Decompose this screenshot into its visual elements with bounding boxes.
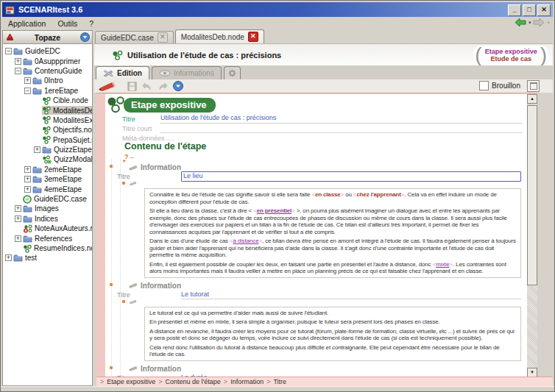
rich-text-area[interactable]: Le tutorat est ce qui va permettre d'aid…	[144, 307, 521, 361]
maximize-editor-button[interactable]	[527, 80, 540, 92]
tab-modalitesdeb-node[interactable]: ModalitesDeb.node ✕	[175, 29, 264, 43]
tree-item-label: 2emeEtape	[44, 165, 82, 174]
tree-item-test[interactable]: +test	[3, 253, 92, 263]
tree-item-images[interactable]: +Images	[3, 204, 92, 213]
forward-arrow-icon[interactable]	[533, 18, 545, 27]
metadata-link[interactable]: Méta-données ....	[105, 135, 174, 142]
vertical-scrollbar[interactable]: ▲ ▼	[527, 94, 537, 377]
tree-item-prepasujet-node[interactable]: PrepaSujet.node	[3, 135, 92, 145]
breadcrumb-item[interactable]: Contenu de l'étape	[166, 378, 221, 386]
panel-menu-button[interactable]	[80, 32, 90, 42]
save-icon[interactable]	[127, 82, 137, 91]
tree-item-noteauxauteurs-node[interactable]: NoteAuxAuteurs.node	[3, 224, 92, 233]
forward-history-caret[interactable]: ▾	[547, 20, 550, 26]
tree-item-4emeetape[interactable]: +4emeEtape	[3, 184, 92, 193]
tree-item-content[interactable]: References	[23, 235, 92, 243]
tree-item-3emeetape[interactable]: +3emeEtape	[3, 174, 92, 184]
tree-item-content[interactable]: GuideEDC.case	[23, 195, 92, 204]
tree-item-content[interactable]: GuideEDC	[13, 47, 92, 55]
tab-guideedc-case[interactable]: GuideEDC.case ✕	[95, 31, 174, 43]
tree-item-quizzetape1[interactable]: +QuizzEtape1	[3, 145, 92, 154]
tree-item-contenuguide[interactable]: −ContenuGuide	[3, 66, 92, 76]
glossary-link[interactable]: <en présentiel>	[253, 207, 294, 214]
tree-toggle-plus-icon[interactable]: +	[5, 254, 12, 261]
glossary-link[interactable]: <à distance>	[230, 238, 262, 244]
tree-item-2emeetape[interactable]: +2emeEtape	[3, 165, 92, 174]
tree-item-resumeindices-node[interactable]: ResumeIndices.node	[3, 243, 92, 253]
tree-toggle-minus-icon[interactable]: −	[24, 88, 31, 94]
tab-close-icon[interactable]: ✕	[248, 32, 258, 42]
tree-toggle-plus-icon[interactable]: +	[34, 146, 40, 153]
tree-toggle-plus-icon[interactable]: +	[24, 77, 31, 84]
titre-court-input[interactable]	[160, 124, 523, 133]
tree-item-content[interactable]: test	[13, 254, 92, 262]
glossary-link[interactable]: <mixte>	[433, 261, 453, 268]
titre-input[interactable]: Utilisation de l'étude de cas : précisio…	[160, 114, 523, 124]
block-titre-input[interactable]: Le tutorat	[181, 291, 521, 299]
tab-settings[interactable]	[224, 66, 241, 79]
tree-toggle-plus-icon[interactable]: +	[15, 205, 21, 212]
tab-edition[interactable]: Edition	[96, 66, 149, 79]
breadcrumb-item[interactable]: Etape expositive	[107, 378, 155, 386]
tree-toggle-minus-icon[interactable]: −	[5, 48, 12, 54]
tree-item-0asuppprimer[interactable]: +0Asuppprimer	[3, 56, 92, 65]
tree-item-content[interactable]: QuizzEtape1	[42, 146, 92, 154]
maximize-button[interactable]: □	[523, 4, 536, 16]
redo-icon[interactable]	[158, 82, 168, 90]
tree-item-content[interactable]: 3emeEtape	[32, 175, 92, 183]
tree-toggle-plus-icon[interactable]: +	[24, 176, 31, 182]
tree-toggle-minus-icon[interactable]: −	[15, 68, 21, 74]
tree-item-content[interactable]: NoteAuxAuteurs.node	[23, 224, 92, 233]
tree-item-guideedc[interactable]: −GuideEDC	[3, 46, 92, 56]
tree-item-content[interactable]: ModalitesExp.n...	[42, 115, 92, 124]
back-history-caret[interactable]: ▾	[529, 20, 531, 26]
tree-item-content[interactable]: 1ereEtape	[32, 87, 92, 95]
back-arrow-icon[interactable]	[515, 18, 526, 27]
tree-item-content[interactable]: ContenuGuide	[23, 67, 92, 75]
tree-item-1ereetape[interactable]: −1ereEtape	[3, 86, 92, 96]
scroll-up-icon[interactable]: ▲	[527, 94, 537, 104]
tree-item-objectifs-node[interactable]: Objectifs.node	[3, 125, 92, 135]
tree-item-content[interactable]: Objectifs.node	[42, 126, 92, 135]
menu-help[interactable]: ?	[83, 18, 99, 29]
tree-toggle-plus-icon[interactable]: +	[15, 58, 21, 65]
tree-item-guideedc-case[interactable]: GuideEDC.case	[3, 194, 92, 204]
tree-item-content[interactable]: 4emeEtape	[32, 185, 92, 193]
tree-item-modalitesdeb[interactable]: ModalitesDeb...	[3, 105, 92, 115]
tree-item-content[interactable]: PrepaSujet.node	[42, 135, 92, 144]
actions-dropdown-icon[interactable]	[173, 81, 183, 91]
tree-toggle-plus-icon[interactable]: +	[24, 186, 31, 193]
rich-text-area[interactable]: Connaitre le lieu de l'étude de cas sign…	[144, 188, 521, 278]
tree-item-0intro[interactable]: +0Intro	[3, 76, 92, 85]
tree-item-content[interactable]: ResumeIndices.node	[23, 244, 92, 253]
tree-item-cible-node[interactable]: Cible.node	[3, 96, 92, 105]
tree-item-content[interactable]: 2emeEtape	[32, 165, 92, 174]
breadcrumb-item[interactable]: Titre	[273, 378, 286, 386]
tree-item-content[interactable]: Images	[23, 204, 92, 213]
block-titre-input[interactable]: Le lieu	[181, 171, 521, 182]
menu-application[interactable]: Application	[2, 18, 52, 29]
tree-item-content[interactable]: Indices	[23, 215, 92, 223]
tree-item-content[interactable]: 0Asuppprimer	[23, 57, 92, 65]
tree-item-references[interactable]: +References	[3, 233, 92, 243]
tree-toggle-plus-icon[interactable]: +	[15, 235, 21, 242]
tree-item-content[interactable]: QuizzModalite...	[42, 155, 92, 164]
tree-item-content[interactable]: ModalitesDeb...	[42, 106, 92, 115]
tree-item-quizzmodalite[interactable]: QuizzModalite...	[3, 154, 92, 164]
tree-item-modalitesexp-n[interactable]: ModalitesExp.n...	[3, 115, 92, 125]
tree-item-content[interactable]: Cible.node	[42, 96, 92, 105]
tree-item-content[interactable]: 0Intro	[32, 76, 92, 85]
close-button[interactable]: ✕	[537, 4, 551, 16]
menu-outils[interactable]: Outils	[52, 18, 83, 29]
tree-toggle-plus-icon[interactable]: +	[24, 166, 31, 173]
tree-item-label: ResumeIndices.node	[34, 244, 92, 252]
tab-informations[interactable]: Informations	[152, 66, 222, 79]
draft-checkbox[interactable]	[479, 81, 489, 90]
minimize-button[interactable]: _	[508, 4, 521, 16]
tree-item-indices[interactable]: +Indices	[3, 214, 92, 224]
undo-icon[interactable]	[142, 82, 152, 90]
scrollbar-thumb[interactable]	[527, 105, 537, 285]
breadcrumb-item[interactable]: Information	[230, 378, 264, 386]
tab-close-icon[interactable]: ✕	[158, 32, 168, 43]
tree-toggle-plus-icon[interactable]: +	[15, 215, 21, 222]
